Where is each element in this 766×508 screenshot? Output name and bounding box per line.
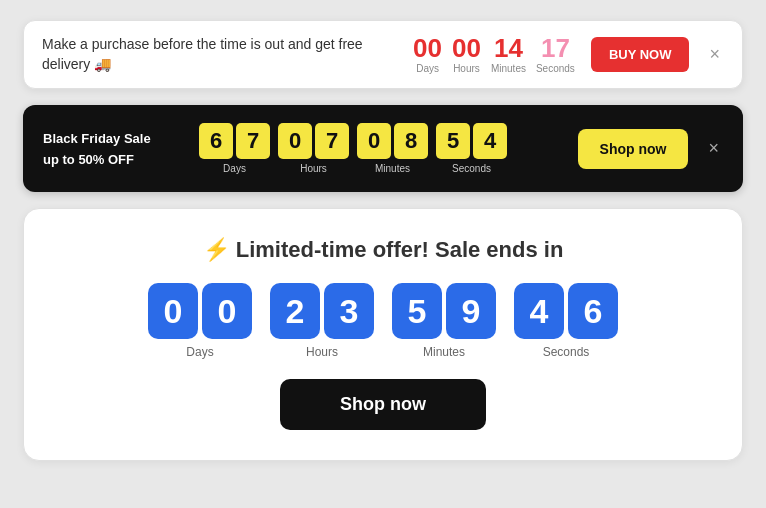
buy-now-button[interactable]: BUY NOW bbox=[591, 37, 690, 72]
bf-title: Black Friday Sale up to 50% OFF bbox=[43, 128, 183, 170]
bf-minutes: 0 8 Minutes bbox=[357, 123, 428, 174]
bf-days-d2: 7 bbox=[236, 123, 270, 159]
bf-title-line1: Black Friday Sale bbox=[43, 131, 151, 146]
blue-days-label: Days bbox=[186, 345, 213, 359]
blue-minutes-digits: 5 9 bbox=[392, 283, 496, 339]
bf-hours-digits: 0 7 bbox=[278, 123, 349, 159]
blue-seconds: 4 6 Seconds bbox=[514, 283, 618, 359]
countdown-minutes: 14 Minutes bbox=[491, 35, 526, 74]
bf-minutes-digits: 0 8 bbox=[357, 123, 428, 159]
seconds-label: Seconds bbox=[536, 63, 575, 74]
blue-hours-d1: 2 bbox=[270, 283, 320, 339]
blue-countdown: 0 0 Days 2 3 Hours 5 9 Minutes 4 6 Secon… bbox=[148, 283, 618, 359]
bf-seconds-d1: 5 bbox=[436, 123, 470, 159]
minutes-value: 14 bbox=[494, 35, 523, 61]
bf-minutes-d2: 8 bbox=[394, 123, 428, 159]
bf-seconds-digits: 5 4 bbox=[436, 123, 507, 159]
days-value: 00 bbox=[413, 35, 442, 61]
banner1-countdown: 00 Days 00 Hours 14 Minutes 17 Seconds bbox=[413, 35, 575, 74]
blue-hours: 2 3 Hours bbox=[270, 283, 374, 359]
blue-seconds-d1: 4 bbox=[514, 283, 564, 339]
blue-minutes-label: Minutes bbox=[423, 345, 465, 359]
blue-hours-d2: 3 bbox=[324, 283, 374, 339]
bf-hours-d1: 0 bbox=[278, 123, 312, 159]
limited-offer-banner: ⚡ Limited-time offer! Sale ends in 0 0 D… bbox=[23, 208, 743, 461]
bf-hours: 0 7 Hours bbox=[278, 123, 349, 174]
banner1-close-button[interactable]: × bbox=[705, 44, 724, 65]
sale-title: ⚡ Limited-time offer! Sale ends in bbox=[203, 237, 564, 263]
blue-minutes-d2: 9 bbox=[446, 283, 496, 339]
bf-days: 6 7 Days bbox=[199, 123, 270, 174]
blue-days-digits: 0 0 bbox=[148, 283, 252, 339]
bf-days-d1: 6 bbox=[199, 123, 233, 159]
bf-days-digits: 6 7 bbox=[199, 123, 270, 159]
blue-seconds-label: Seconds bbox=[543, 345, 590, 359]
countdown-hours: 00 Hours bbox=[452, 35, 481, 74]
blue-minutes-d1: 5 bbox=[392, 283, 442, 339]
black-friday-banner: Black Friday Sale up to 50% OFF 6 7 Days… bbox=[23, 105, 743, 192]
blue-days-d1: 0 bbox=[148, 283, 198, 339]
bf-title-line2: up to 50% OFF bbox=[43, 152, 134, 167]
hours-value: 00 bbox=[452, 35, 481, 61]
bf-seconds: 5 4 Seconds bbox=[436, 123, 507, 174]
hours-label: Hours bbox=[453, 63, 480, 74]
bf-days-label: Days bbox=[223, 163, 246, 174]
countdown-days: 00 Days bbox=[413, 35, 442, 74]
seconds-value: 17 bbox=[541, 35, 570, 61]
countdown-seconds: 17 Seconds bbox=[536, 35, 575, 74]
bf-minutes-label: Minutes bbox=[375, 163, 410, 174]
banner1-text: Make a purchase before the time is out a… bbox=[42, 35, 397, 74]
bf-hours-label: Hours bbox=[300, 163, 327, 174]
notification-banner: Make a purchase before the time is out a… bbox=[23, 20, 743, 89]
bf-seconds-label: Seconds bbox=[452, 163, 491, 174]
blue-days: 0 0 Days bbox=[148, 283, 252, 359]
blue-minutes: 5 9 Minutes bbox=[392, 283, 496, 359]
blue-seconds-digits: 4 6 bbox=[514, 283, 618, 339]
bf-countdown: 6 7 Days 0 7 Hours 0 8 Minutes 5 4 Secon… bbox=[199, 123, 507, 174]
days-label: Days bbox=[416, 63, 439, 74]
minutes-label: Minutes bbox=[491, 63, 526, 74]
banner2-close-button[interactable]: × bbox=[704, 138, 723, 159]
blue-days-d2: 0 bbox=[202, 283, 252, 339]
bf-seconds-d2: 4 bbox=[473, 123, 507, 159]
bf-shop-now-button[interactable]: Shop now bbox=[578, 129, 689, 169]
shop-now-button[interactable]: Shop now bbox=[280, 379, 486, 430]
blue-seconds-d2: 6 bbox=[568, 283, 618, 339]
blue-hours-label: Hours bbox=[306, 345, 338, 359]
bf-hours-d2: 7 bbox=[315, 123, 349, 159]
blue-hours-digits: 2 3 bbox=[270, 283, 374, 339]
bf-minutes-d1: 0 bbox=[357, 123, 391, 159]
